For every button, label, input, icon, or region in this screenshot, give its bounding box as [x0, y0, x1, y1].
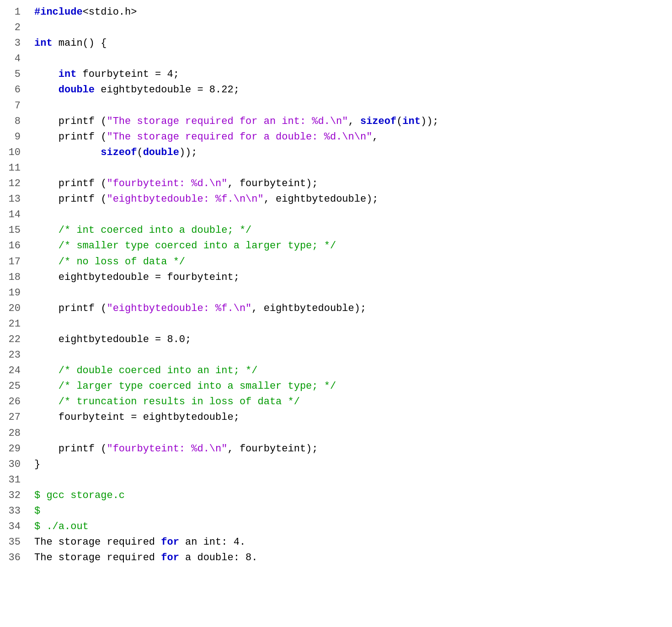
comment-2: /* smaller type coerced into a larger ty… — [59, 240, 336, 252]
line-num-6: 6 — [7, 82, 21, 98]
string-6: "fourbyteint: %d.\n" — [107, 443, 227, 455]
for-keyword-2: for — [161, 552, 179, 563]
closing-brace: } — [34, 459, 40, 470]
line-num-16: 16 — [7, 238, 21, 254]
printf-call-1c: )); — [421, 116, 439, 127]
shell-prompt-1: $ — [34, 505, 40, 517]
main-declaration: main() { — [53, 38, 107, 49]
line-num-3: 3 — [7, 36, 21, 51]
output-line-2: The storage required — [34, 552, 161, 563]
output-line-1: The storage required — [34, 536, 161, 548]
code-container: 1 2 3 4 5 6 7 8 9 10 11 12 13 14 15 16 1… — [0, 5, 672, 627]
string-1: "The storage required for an int: %d.\n" — [107, 116, 348, 127]
for-keyword-1: for — [161, 536, 179, 548]
sizeof-keyword-2: sizeof — [101, 147, 137, 158]
line-num-5: 5 — [7, 67, 21, 82]
line-num-32: 32 — [7, 488, 21, 504]
line-num-36: 36 — [7, 550, 21, 566]
line-num-31: 31 — [7, 472, 21, 488]
double-keyword-var2: double — [59, 84, 95, 96]
line-num-7: 7 — [7, 98, 21, 114]
int-var-declaration: fourbyteint = 4; — [76, 69, 179, 80]
line-num-24: 24 — [7, 363, 21, 379]
printf-call-5: printf ( — [59, 303, 107, 314]
line-num-9: 9 — [7, 129, 21, 145]
printf-call-1: printf ( — [59, 116, 107, 127]
line-num-26: 26 — [7, 394, 21, 410]
printf-call-3: printf ( — [59, 178, 107, 189]
line-num-14: 14 — [7, 207, 21, 223]
printf-call-2b: , — [372, 131, 378, 143]
sizeof-keyword-1: sizeof — [360, 116, 396, 127]
line-num-19: 19 — [7, 285, 21, 301]
line-numbers: 1 2 3 4 5 6 7 8 9 10 11 12 13 14 15 16 1… — [0, 5, 25, 627]
sizeof-int-call: ( — [396, 116, 402, 127]
line-num-15: 15 — [7, 223, 21, 238]
double-keyword-sizeof2: double — [143, 147, 179, 158]
printf-call-6b: , fourbyteint); — [227, 443, 318, 455]
code-area: #include<stdio.h> int main() { int fourb… — [25, 5, 672, 627]
string-4: "eightbytedouble: %f.\n\n" — [107, 193, 263, 205]
line-num-20: 20 — [7, 301, 21, 316]
line-num-29: 29 — [7, 441, 21, 457]
shell-gcc: $ gcc storage.c — [34, 490, 125, 501]
line-num-33: 33 — [7, 504, 21, 519]
line-num-27: 27 — [7, 410, 21, 425]
int-keyword-main: int — [34, 38, 53, 49]
code-block: #include<stdio.h> int main() { int fourb… — [34, 5, 663, 566]
comment-3: /* no loss of data */ — [59, 256, 185, 268]
include-header: <stdio.h> — [83, 6, 137, 18]
double-var-declaration: eightbytedouble = 8.22; — [95, 84, 240, 96]
line-num-23: 23 — [7, 348, 21, 363]
assignment-3: fourbyteint = eightbytedouble; — [59, 412, 240, 423]
printf-call-3b: , fourbyteint); — [227, 178, 318, 189]
line-num-2: 2 — [7, 20, 21, 36]
line-num-21: 21 — [7, 316, 21, 332]
line-num-25: 25 — [7, 379, 21, 394]
line-num-12: 12 — [7, 176, 21, 192]
sizeof-double-call: ( — [137, 147, 143, 158]
shell-run: $ ./a.out — [34, 521, 89, 532]
line-num-4: 4 — [7, 51, 21, 67]
string-3: "fourbyteint: %d.\n" — [107, 178, 227, 189]
line-num-13: 13 — [7, 192, 21, 207]
printf-call-5b: , eightbytedouble); — [251, 303, 366, 314]
include-keyword: #include — [34, 6, 83, 18]
comment-6: /* truncation results in loss of data */ — [59, 396, 300, 407]
line-num-34: 34 — [7, 519, 21, 535]
int-keyword-sizeof1: int — [402, 116, 421, 127]
comment-4: /* double coerced into an int; */ — [59, 365, 258, 376]
line-num-17: 17 — [7, 254, 21, 270]
line-num-28: 28 — [7, 426, 21, 441]
int-keyword-var1: int — [59, 69, 77, 80]
assignment-2: eightbytedouble = 8.0; — [59, 334, 191, 345]
line-num-35: 35 — [7, 535, 21, 550]
printf-call-1b: , — [348, 116, 360, 127]
line-num-18: 18 — [7, 270, 21, 285]
printf-call-2c: )); — [179, 147, 197, 158]
printf-call-6: printf ( — [59, 443, 107, 455]
comment-5: /* larger type coerced into a smaller ty… — [59, 380, 336, 392]
line-num-10: 10 — [7, 145, 21, 161]
assignment-1: eightbytedouble = fourbyteint; — [59, 272, 240, 283]
string-2: "The storage required for a double: %d.\… — [107, 131, 372, 143]
line-num-30: 30 — [7, 457, 21, 472]
printf-call-4b: , eightbytedouble); — [264, 193, 379, 205]
comment-1: /* int coerced into a double; */ — [59, 225, 251, 236]
line-num-8: 8 — [7, 114, 21, 129]
printf-call-4: printf ( — [59, 193, 107, 205]
string-5: "eightbytedouble: %f.\n" — [107, 303, 251, 314]
line-num-1: 1 — [7, 5, 21, 20]
line-num-22: 22 — [7, 332, 21, 348]
line-num-11: 11 — [7, 161, 21, 176]
output-line-2b: a double: 8. — [179, 552, 258, 563]
output-line-1b: an int: 4. — [179, 536, 245, 548]
printf-call-2: printf ( — [59, 131, 107, 143]
